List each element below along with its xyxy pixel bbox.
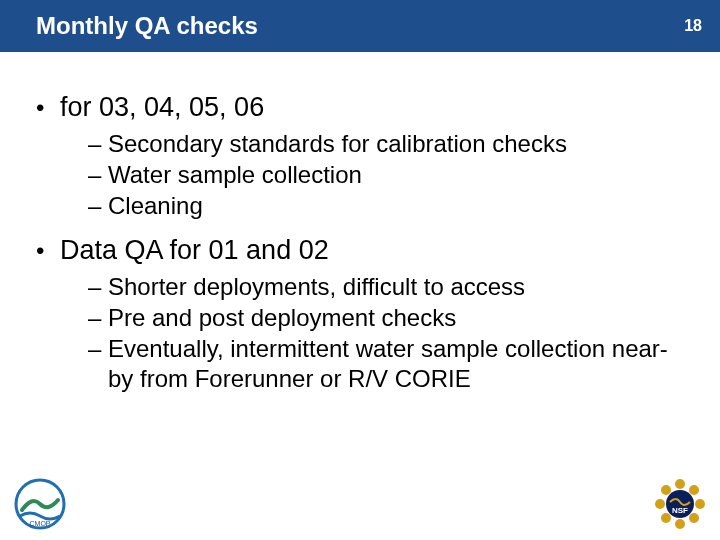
svg-point-2 xyxy=(675,479,685,489)
bullet-text: for 03, 04, 05, 06 xyxy=(60,92,264,123)
subbullet-text: Pre and post deployment checks xyxy=(108,303,456,333)
slide: Monthly QA checks 18 • for 03, 04, 05, 0… xyxy=(0,0,720,540)
svg-point-4 xyxy=(695,499,705,509)
subbullet-text: Secondary standards for calibration chec… xyxy=(108,129,567,159)
bullet-level2: – Secondary standards for calibration ch… xyxy=(88,129,684,159)
sublist: – Shorter deployments, difficult to acce… xyxy=(88,272,684,394)
svg-point-5 xyxy=(689,513,699,523)
bullet-dash-icon: – xyxy=(88,272,108,302)
bullet-dash-icon: – xyxy=(88,160,108,190)
slide-title: Monthly QA checks xyxy=(36,12,258,40)
bullet-level1: • Data QA for 01 and 02 xyxy=(36,235,684,266)
cmop-logo-icon: CMOP xyxy=(14,478,66,530)
slide-body: • for 03, 04, 05, 06 – Secondary standar… xyxy=(0,52,720,394)
sublist: – Secondary standards for calibration ch… xyxy=(88,129,684,221)
bullet-dash-icon: – xyxy=(88,191,108,221)
bullet-dot-icon: • xyxy=(36,96,60,120)
subbullet-text: Eventually, intermittent water sample co… xyxy=(108,334,668,394)
bullet-text: Data QA for 01 and 02 xyxy=(60,235,329,266)
subbullet-text: Water sample collection xyxy=(108,160,362,190)
bullet-level1: • for 03, 04, 05, 06 xyxy=(36,92,684,123)
subbullet-text: Cleaning xyxy=(108,191,203,221)
bullet-dash-icon: – xyxy=(88,303,108,333)
nsf-logo-icon: NSF xyxy=(654,478,706,530)
subbullet-text: Shorter deployments, difficult to access xyxy=(108,272,525,302)
bullet-dash-icon: – xyxy=(88,334,108,364)
bullet-dash-icon: – xyxy=(88,129,108,159)
svg-text:NSF: NSF xyxy=(672,506,688,515)
svg-point-7 xyxy=(661,513,671,523)
svg-point-3 xyxy=(689,485,699,495)
bullet-level2: – Shorter deployments, difficult to acce… xyxy=(88,272,684,302)
title-bar: Monthly QA checks 18 xyxy=(0,0,720,52)
page-number: 18 xyxy=(684,17,702,35)
bullet-level2: – Cleaning xyxy=(88,191,684,221)
bullet-level2: – Pre and post deployment checks xyxy=(88,303,684,333)
bullet-level2: – Eventually, intermittent water sample … xyxy=(88,334,684,394)
svg-point-6 xyxy=(675,519,685,529)
bullet-level2: – Water sample collection xyxy=(88,160,684,190)
svg-text:CMOP: CMOP xyxy=(30,520,51,527)
svg-point-9 xyxy=(661,485,671,495)
bullet-dot-icon: • xyxy=(36,239,60,263)
svg-point-8 xyxy=(655,499,665,509)
